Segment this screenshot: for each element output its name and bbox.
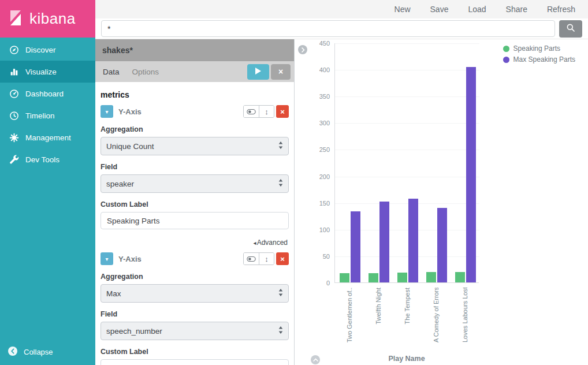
legend-label: Speaking Parts bbox=[513, 44, 560, 53]
tab-data[interactable]: Data bbox=[103, 68, 120, 76]
y-axis-tick-label: 350 bbox=[306, 93, 330, 100]
field-select-2[interactable]: speech_number bbox=[101, 322, 289, 340]
sidebar-item-timelion[interactable]: Timelion bbox=[0, 105, 95, 126]
sidebar-collapse-button[interactable]: Collapse bbox=[0, 338, 95, 365]
gridline bbox=[335, 96, 479, 97]
select-caret-icon bbox=[278, 179, 283, 188]
y-axis-tick-label: 200 bbox=[306, 173, 330, 180]
editor-actions: × bbox=[247, 64, 291, 80]
bar-speaking-parts[interactable] bbox=[455, 272, 465, 282]
bar-speaking-parts[interactable] bbox=[426, 272, 436, 282]
move-metric-icon[interactable]: ↕ bbox=[259, 253, 274, 265]
x-axis-category-label: Two Gentlemen of... bbox=[345, 288, 353, 342]
advanced-caret-icon: ◂ bbox=[254, 240, 256, 246]
bar-max-speaking-parts[interactable] bbox=[379, 202, 389, 282]
y-axis-tick-label: 450 bbox=[306, 40, 330, 47]
legend-item-speaking-parts[interactable]: Speaking Parts bbox=[503, 44, 575, 53]
kibana-app: kibana DiscoverVisualizeDashboardTimelio… bbox=[0, 0, 588, 365]
vis-editor-panel: shakes* Data Options × metrics ▾ Y- bbox=[95, 39, 295, 365]
legend-dot-icon bbox=[503, 57, 509, 63]
sidebar-item-visualize[interactable]: Visualize bbox=[0, 61, 95, 83]
tab-options[interactable]: Options bbox=[132, 68, 159, 76]
sidebar-item-label: Dashboard bbox=[25, 90, 64, 98]
aggregation-label: Aggregation bbox=[101, 125, 289, 133]
custom-label-input-2[interactable] bbox=[101, 359, 289, 365]
remove-metric-button[interactable]: × bbox=[276, 105, 289, 118]
move-metric-icon[interactable]: ↕ bbox=[259, 106, 274, 117]
visualization-panel: Speaking PartsMax Speaking Parts Play Na… bbox=[295, 39, 588, 365]
sidebar: kibana DiscoverVisualizeDashboardTimelio… bbox=[0, 0, 95, 365]
metric-1-controls: ↕ × bbox=[243, 105, 289, 118]
select-caret-icon bbox=[278, 289, 283, 298]
sidebar-item-label: Dev Tools bbox=[25, 155, 59, 164]
play-icon bbox=[255, 68, 261, 76]
aggregation-label: Aggregation bbox=[101, 273, 289, 281]
bar-max-speaking-parts[interactable] bbox=[408, 199, 418, 282]
gridline bbox=[335, 150, 479, 150]
kibana-logo[interactable]: kibana bbox=[0, 0, 95, 38]
gridline bbox=[335, 123, 479, 124]
compass-icon bbox=[9, 45, 19, 55]
aggregation-select[interactable]: Unique Count bbox=[101, 137, 289, 155]
editor-tabs: Data Options × bbox=[95, 61, 294, 82]
apply-changes-button[interactable] bbox=[247, 64, 269, 80]
wrench-icon bbox=[9, 155, 19, 165]
search-button[interactable] bbox=[559, 20, 582, 38]
close-icon: × bbox=[278, 67, 283, 76]
sidebar-item-label: Visualize bbox=[25, 68, 57, 76]
bar-chart-icon bbox=[9, 67, 19, 77]
bar-max-speaking-parts[interactable] bbox=[437, 208, 447, 282]
metric-2-header: ▾ Y-Axis ↕ × bbox=[101, 252, 289, 265]
aggregation-select-2[interactable]: Max bbox=[101, 284, 289, 303]
legend-dot-icon bbox=[503, 46, 509, 52]
logo-text: kibana bbox=[29, 10, 76, 28]
topnav-save[interactable]: Save bbox=[430, 5, 449, 14]
metrics-section-title: metrics bbox=[101, 90, 289, 99]
kibana-logo-icon bbox=[7, 9, 24, 29]
topnav-load[interactable]: Load bbox=[468, 5, 486, 14]
y-axis-tick-label: 0 bbox=[306, 280, 330, 286]
custom-label-input[interactable] bbox=[101, 212, 289, 229]
search-bar bbox=[95, 18, 588, 39]
topnav-refresh[interactable]: Refresh bbox=[547, 5, 575, 14]
bar-speaking-parts[interactable] bbox=[340, 273, 349, 282]
topnav-new[interactable]: New bbox=[395, 5, 411, 14]
x-axis-category-label: Loves Labours Lost bbox=[461, 288, 469, 342]
bar-speaking-parts[interactable] bbox=[369, 273, 378, 282]
disable-toggle-icon[interactable] bbox=[244, 106, 259, 117]
chart-legend: Speaking PartsMax Speaking Parts bbox=[503, 44, 575, 66]
bar-max-speaking-parts[interactable] bbox=[351, 211, 360, 282]
y-axis-tick-label: 250 bbox=[306, 146, 330, 153]
dashboard-icon bbox=[9, 89, 19, 99]
topnav-share[interactable]: Share bbox=[506, 5, 527, 14]
metric-1-title: Y-Axis bbox=[118, 107, 142, 116]
index-pattern-header: shakes* bbox=[95, 39, 294, 61]
sidebar-item-dev-tools[interactable]: Dev Tools bbox=[0, 148, 95, 170]
search-icon bbox=[566, 23, 575, 34]
metric-1-header: ▾ Y-Axis ↕ × bbox=[101, 105, 289, 118]
custom-label-label: Custom Label bbox=[101, 200, 289, 208]
remove-metric-button[interactable]: × bbox=[276, 252, 289, 265]
y-axis-tick-label: 400 bbox=[306, 66, 330, 73]
chevron-down-icon[interactable]: ▾ bbox=[101, 252, 113, 265]
legend-item-max-speaking-parts[interactable]: Max Speaking Parts bbox=[503, 55, 575, 64]
sidebar-item-dashboard[interactable]: Dashboard bbox=[0, 83, 95, 105]
bar-max-speaking-parts[interactable] bbox=[466, 67, 476, 282]
disable-toggle-icon[interactable] bbox=[244, 253, 259, 265]
legend-label: Max Speaking Parts bbox=[513, 55, 575, 64]
bar-speaking-parts[interactable] bbox=[397, 273, 407, 282]
chart-plot-area bbox=[334, 43, 479, 283]
advanced-toggle[interactable]: ◂Advanced bbox=[101, 239, 288, 247]
collapse-legend-chevron-up-icon[interactable] bbox=[311, 355, 320, 364]
discard-changes-button[interactable]: × bbox=[271, 64, 291, 80]
topnav: NewSaveLoadShareRefresh bbox=[95, 0, 588, 18]
clock-icon bbox=[9, 111, 19, 121]
sidebar-item-label: Management bbox=[25, 133, 71, 142]
sidebar-item-discover[interactable]: Discover bbox=[0, 39, 95, 61]
chevron-down-icon[interactable]: ▾ bbox=[101, 105, 113, 118]
field-select[interactable]: speaker bbox=[101, 174, 289, 193]
sidebar-item-management[interactable]: Management bbox=[0, 126, 95, 148]
editor-body: metrics ▾ Y-Axis ↕ × Aggregation Uniqu bbox=[95, 82, 294, 365]
search-input[interactable] bbox=[101, 20, 555, 37]
metric-2-title: Y-Axis bbox=[118, 255, 142, 263]
